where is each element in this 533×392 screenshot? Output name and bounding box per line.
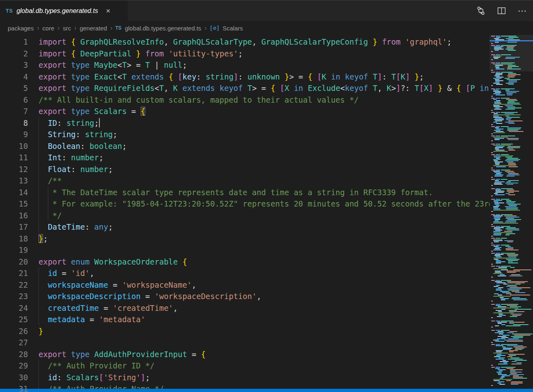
line-number[interactable]: 28: [0, 349, 39, 360]
line-number[interactable]: 10: [0, 140, 39, 152]
line-number[interactable]: 12: [0, 164, 39, 175]
line-number[interactable]: 24: [0, 302, 39, 314]
code-token: [: [396, 72, 400, 81]
code-token: string: [85, 130, 113, 139]
code-token: }: [285, 72, 289, 81]
line-number[interactable]: 15: [0, 198, 39, 210]
code-line[interactable]: * For example: "1985-04-12T23:20:50.52Z"…: [39, 198, 490, 210]
line-number[interactable]: 5: [0, 82, 39, 94]
breadcrumb-item[interactable]: core: [42, 25, 55, 32]
line-number[interactable]: 27: [0, 337, 39, 349]
code-token: [39, 118, 48, 127]
code-token: [327, 72, 331, 81]
line-number[interactable]: 20: [0, 256, 39, 268]
indent-guide: [39, 175, 39, 187]
code-line[interactable]: Int: number;: [39, 152, 490, 164]
line-number[interactable]: 23: [0, 291, 39, 302]
code-line[interactable]: [39, 244, 490, 256]
code-line[interactable]: id: Scalars['String'];: [39, 372, 490, 383]
code-token: ;: [122, 142, 127, 151]
code-token: ;: [419, 72, 424, 81]
code-token: workspaceName: [48, 280, 108, 289]
line-number[interactable]: 29: [0, 360, 39, 372]
code-token: [127, 72, 131, 81]
open-changes-icon[interactable]: [476, 6, 486, 15]
line-number[interactable]: 17: [0, 221, 39, 233]
line-number[interactable]: 25: [0, 314, 39, 325]
line-number[interactable]: 6: [0, 94, 39, 106]
indent-guide: [39, 140, 39, 152]
code-token: AddAuthProviderInput: [94, 350, 187, 359]
code-token: {: [456, 84, 461, 93]
code-token: string: [67, 118, 95, 127]
close-icon[interactable]: ✕: [106, 8, 111, 14]
code-token: :: [196, 72, 206, 81]
code-line[interactable]: /** Auth Provider ID */: [39, 360, 490, 372]
code-line[interactable]: metadata = 'metadata': [39, 314, 490, 325]
line-number[interactable]: 11: [0, 152, 39, 164]
breadcrumb-item[interactable]: generated: [79, 25, 107, 32]
code-line[interactable]: /** Auth Provider Name */: [39, 383, 490, 389]
line-number[interactable]: 2: [0, 48, 39, 60]
code-line[interactable]: workspaceName = 'workspaceName',: [39, 279, 490, 291]
code-token: [178, 84, 182, 93]
line-number[interactable]: 9: [0, 129, 39, 140]
code-token: [141, 49, 145, 58]
line-number[interactable]: 1: [0, 36, 39, 48]
line-number[interactable]: 18: [0, 233, 39, 245]
code-line[interactable]: DateTime: any;: [39, 221, 490, 233]
code-line[interactable]: export enum WorkspaceOrderable {: [39, 256, 490, 268]
breadcrumb-item[interactable]: src: [62, 25, 71, 32]
line-number[interactable]: 4: [0, 71, 39, 83]
breadcrumb-symbol[interactable]: Scalars: [222, 25, 243, 32]
code-line[interactable]: workspaceDescription = 'workspaceDescrip…: [39, 291, 490, 302]
line-number[interactable]: 16: [0, 210, 39, 222]
line-number[interactable]: 31: [0, 383, 39, 392]
gutter[interactable]: 1234567891011121314151617181920212223242…: [0, 36, 39, 392]
code-token: [178, 257, 182, 266]
line-number[interactable]: 26: [0, 325, 39, 337]
code-token: GraphQLResolveInfo: [80, 37, 164, 46]
code-area[interactable]: import { GraphQLResolveInfo, GraphQLScal…: [39, 36, 490, 389]
code-line[interactable]: String: string;: [39, 129, 490, 140]
line-number[interactable]: 8: [0, 117, 39, 129]
code-line[interactable]: * The DateTime scalar type represents da…: [39, 187, 490, 198]
code-line[interactable]: export type RequireFields<T, K extends k…: [39, 82, 490, 94]
code-line[interactable]: }: [39, 325, 490, 337]
code-line[interactable]: Boolean: boolean;: [39, 140, 490, 152]
line-number[interactable]: 30: [0, 372, 39, 383]
line-number[interactable]: 19: [0, 244, 39, 256]
code-line[interactable]: /** All built-in and custom scalars, map…: [39, 94, 490, 106]
split-editor-icon[interactable]: [497, 6, 506, 15]
editor-tab[interactable]: TS global.db.types.generated.ts ✕: [0, 0, 128, 21]
code-line[interactable]: [39, 337, 490, 349]
more-actions-icon[interactable]: ⋯: [518, 6, 527, 15]
code-token: {: [71, 49, 75, 58]
code-line[interactable]: import { GraphQLResolveInfo, GraphQLScal…: [39, 36, 490, 48]
code-line[interactable]: export type Maybe<T> = T | null;: [39, 59, 490, 71]
code-line[interactable]: export type AddAuthProviderInput = {: [39, 349, 490, 360]
code-line[interactable]: export type Scalars = {: [39, 106, 490, 117]
line-number[interactable]: 22: [0, 279, 39, 291]
line-number[interactable]: 13: [0, 175, 39, 187]
line-number[interactable]: 14: [0, 187, 39, 198]
code-line[interactable]: };: [39, 233, 490, 245]
tab-bar: TS global.db.types.generated.ts ✕: [0, 0, 533, 21]
code-token: {: [271, 84, 275, 93]
line-number[interactable]: 3: [0, 59, 39, 71]
code-line[interactable]: export type Exact<T extends { [key: stri…: [39, 71, 490, 83]
code-line[interactable]: ID: string;: [39, 117, 490, 129]
code-line[interactable]: createdTime = 'createdTime',: [39, 302, 490, 314]
code-line[interactable]: /**: [39, 175, 490, 187]
code-line[interactable]: id = 'id',: [39, 267, 490, 279]
breadcrumb-item[interactable]: packages: [7, 25, 34, 32]
line-number[interactable]: 21: [0, 267, 39, 279]
breadcrumb-file[interactable]: global.db.types.generated.ts: [125, 25, 202, 32]
line-number[interactable]: 7: [0, 106, 39, 117]
code-token: [280, 72, 284, 81]
code-line[interactable]: */: [39, 210, 490, 222]
minimap[interactable]: [490, 35, 533, 389]
code-line[interactable]: import { DeepPartial } from 'utility-typ…: [39, 48, 490, 60]
code-line[interactable]: Float: number;: [39, 164, 490, 175]
code-token: ,: [252, 37, 261, 46]
